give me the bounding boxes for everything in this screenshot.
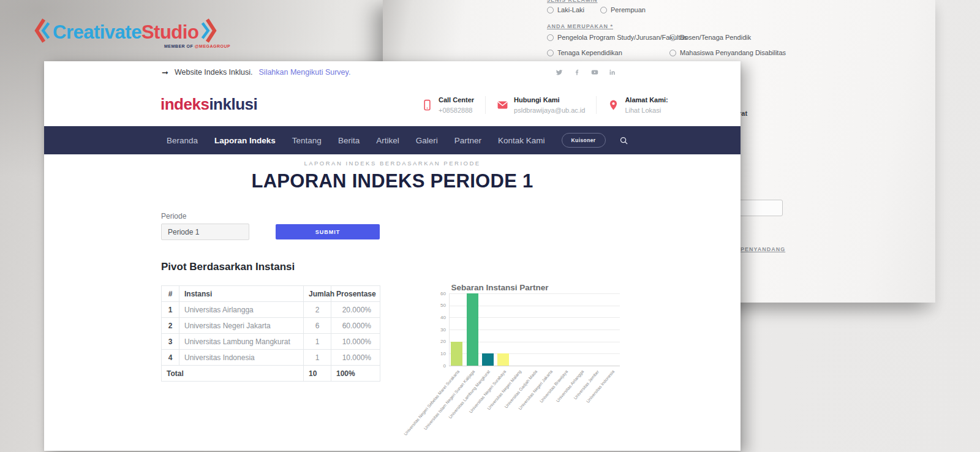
x-tick-label: Universitas Islam Negeri Sunan Kalijaga <box>417 369 475 438</box>
radio-option[interactable]: Laki-Laki <box>547 6 584 13</box>
radio-label: Mahasiswa Penyandang Disabilitas <box>680 49 786 56</box>
gender-radio-group: Laki-LakiPerempuan <box>547 6 646 13</box>
phone-icon <box>421 99 433 111</box>
survey-link[interactable]: Silahkan Mengikuti Survey. <box>259 68 351 77</box>
chart-bar[interactable] <box>451 342 462 366</box>
contact-text: Hubungi Kamipsldbrawijaya@ub.ac.id <box>514 96 585 114</box>
y-tick-label: 0 <box>430 363 446 369</box>
instansi-cell: Universitas Negeri Jakarta <box>179 318 304 334</box>
x-tick-label: Universitas Negeri Malang <box>464 369 522 438</box>
nav-item-artikel[interactable]: Artikel <box>376 136 399 145</box>
page-breadcrumb: LAPORAN INDEKS BERDASARKAN PERIODE <box>44 160 741 167</box>
contact-text: Call Center+08582888 <box>439 96 474 114</box>
anda-merupakan-label: ANDA MERUPAKAN * <box>547 23 613 29</box>
x-tick-label: Universitas Negeri Jakarta <box>495 369 553 438</box>
radio-option[interactable]: Mahasiswa Penyandang Disabilitas <box>669 49 841 56</box>
x-tick-label: Universitas Lambung Mangkurat <box>432 369 491 438</box>
contact-value[interactable]: +08582888 <box>439 107 474 114</box>
chart-bar[interactable] <box>482 353 494 366</box>
radio-icon[interactable] <box>669 50 676 56</box>
contact-value[interactable]: Lihat Lokasi <box>625 107 668 114</box>
x-tick-label: Universitas Gadjah Mada <box>480 369 538 438</box>
radio-label: Perempuan <box>611 6 646 13</box>
row-number: 4 <box>162 350 179 366</box>
desktop-background: CreativateStudio MEMBER OF @MEGAGROUP JE… <box>0 0 980 452</box>
radio-icon[interactable] <box>547 7 554 13</box>
site-header: indeksinklusi Call Center+08582888Hubung… <box>44 83 741 126</box>
chart-bar[interactable] <box>467 293 478 366</box>
contact-value[interactable]: psldbrawijaya@ub.ac.id <box>514 107 585 114</box>
logo-left-bracket-icon <box>34 17 50 47</box>
submit-button[interactable]: SUBMIT <box>276 224 380 239</box>
radio-icon[interactable] <box>547 50 554 56</box>
announcement-bar: ➞ Website Indeks Inklusi. Silahkan Mengi… <box>44 61 741 84</box>
periode-select[interactable]: Periode 1 <box>161 224 249 240</box>
table-total-row: Total10100% <box>162 366 380 382</box>
creativate-studio-logo: CreativateStudio MEMBER OF @MEGAGROUP <box>34 17 217 47</box>
site-logo[interactable]: indeksinklusi <box>160 95 257 114</box>
radio-label: Pengelola Program Study/Jurusan/Fakultas <box>557 34 687 41</box>
contact-title: Alamat Kami: <box>625 96 668 104</box>
prosentase-cell: 20.000% <box>331 302 380 318</box>
x-tick-label: Universitas Negeri Surabaya <box>448 369 507 438</box>
radio-option[interactable]: Dosen/Tenaga Pendidik <box>669 34 841 41</box>
total-prosentase: 100% <box>331 366 380 382</box>
facebook-icon[interactable] <box>573 69 581 76</box>
studio-tagline: MEMBER OF @MEGAGROUP <box>164 44 230 48</box>
chart-bar[interactable] <box>497 353 509 366</box>
contact-title: Call Center <box>439 96 474 104</box>
chart-gridline <box>449 366 620 366</box>
jumlah-cell: 2 <box>304 302 331 318</box>
y-tick-label: 30 <box>430 327 446 333</box>
table-row: 3Universitas Lambung Mangkurat110.000% <box>162 334 380 350</box>
y-tick-label: 60 <box>430 291 446 296</box>
radio-option[interactable]: Tenaga Kependidikan <box>547 49 669 56</box>
page-title: LAPORAN INDEKS PERIODE 1 <box>44 170 741 192</box>
nav-item-galeri[interactable]: Galeri <box>416 136 438 145</box>
radio-icon[interactable] <box>547 34 554 41</box>
linkedin-icon[interactable] <box>609 69 616 76</box>
prosentase-cell: 10.000% <box>331 350 380 366</box>
table-header-cell: Instansi <box>179 286 304 302</box>
search-icon[interactable] <box>619 136 628 145</box>
radio-option[interactable]: Pengelola Program Study/Jurusan/Fakultas <box>547 34 669 41</box>
social-links <box>556 61 616 83</box>
radio-label: Dosen/Tenaga Pendidik <box>680 34 751 41</box>
nav-item-berita[interactable]: Berita <box>338 136 360 145</box>
row-number: 1 <box>162 302 179 318</box>
table-header-cell: # <box>162 286 179 302</box>
role-radio-group: Pengelola Program Study/Jurusan/Fakultas… <box>547 34 841 56</box>
contact-item: Alamat Kami:Lihat Lokasi <box>596 96 679 114</box>
nav-item-kontak-kami[interactable]: Kontak Kami <box>498 136 545 145</box>
jumlah-cell: 6 <box>304 318 331 334</box>
y-tick-label: 40 <box>430 315 446 320</box>
periode-label: Periode <box>161 212 186 220</box>
nav-item-beranda[interactable]: Beranda <box>167 136 198 145</box>
nav-item-partner[interactable]: Partner <box>454 136 481 145</box>
contact-text: Alamat Kami:Lihat Lokasi <box>625 96 668 114</box>
twitter-icon[interactable] <box>556 69 563 76</box>
arrow-right-icon: ➞ <box>162 68 168 77</box>
radio-icon[interactable] <box>669 34 676 41</box>
kuisoner-button[interactable]: Kuisoner <box>562 133 606 148</box>
y-tick-label: 50 <box>430 303 446 308</box>
y-tick-label: 10 <box>430 351 446 356</box>
youtube-icon[interactable] <box>591 69 598 76</box>
jenis-kelamin-label: JENIS KELAMIN <box>547 0 598 3</box>
radio-icon[interactable] <box>600 7 607 13</box>
nav-item-tentang[interactable]: Tentang <box>292 136 322 145</box>
x-tick-label: Universitas Jember <box>541 369 600 438</box>
table-row: 2Universitas Negeri Jakarta660.000% <box>162 318 380 334</box>
instansi-cell: Universitas Airlangga <box>179 302 304 318</box>
instansi-cell: Universitas Lambung Mangkurat <box>179 334 304 350</box>
bar-chart: Sebaran Instansi Partner 0102030405060Un… <box>409 277 674 451</box>
jumlah-cell: 1 <box>304 334 331 350</box>
mail-icon <box>497 99 508 111</box>
x-tick-label: Universitas Airlangga <box>526 369 584 438</box>
radio-option[interactable]: Perempuan <box>600 6 646 13</box>
studio-logo-text: CreativateStudio <box>53 23 198 42</box>
x-tick-label: Universitas Negeri Sebelas Maret Surakar… <box>402 369 460 438</box>
logo-right-bracket-icon <box>201 17 217 47</box>
table-header-cell: Prosentase <box>331 286 380 302</box>
nav-item-laporan-indeks[interactable]: Laporan Indeks <box>214 136 276 145</box>
